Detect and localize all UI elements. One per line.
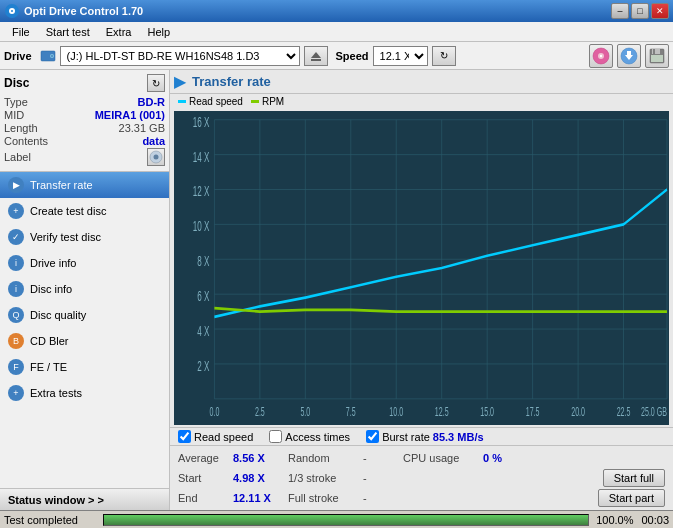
chart-title: Transfer rate — [192, 74, 271, 89]
svg-rect-20 — [174, 111, 669, 425]
speed-refresh-button[interactable]: ↻ — [432, 46, 456, 66]
nav-icon-fe-te: F — [8, 359, 24, 375]
svg-text:25.0 GB: 25.0 GB — [641, 405, 667, 418]
read-speed-checkbox-item: Read speed — [178, 430, 253, 443]
start-label: Start — [178, 472, 233, 484]
nav-verify-test-disc[interactable]: ✓ Verify test disc — [0, 224, 169, 250]
disc-type-row: Type BD-R — [4, 96, 165, 108]
disc-mid-row: MID MEIRA1 (001) — [4, 109, 165, 121]
svg-text:16 X: 16 X — [193, 114, 210, 129]
svg-text:20.0: 20.0 — [571, 405, 585, 418]
burst-rate-checkbox-item: Burst rate 85.3 MB/s — [366, 430, 483, 443]
window-title: Opti Drive Control 1.70 — [24, 5, 143, 17]
svg-text:10.0: 10.0 — [389, 405, 403, 418]
drive-select[interactable]: (J:) HL-DT-ST BD-RE WH16NS48 1.D3 — [60, 46, 300, 66]
nav-transfer-rate[interactable]: ▶ Transfer rate — [0, 172, 169, 198]
progress-percent: 100.0% — [593, 514, 633, 526]
access-times-checkbox-label: Access times — [285, 431, 350, 443]
nav-icon-disc-info: i — [8, 281, 24, 297]
status-window-button[interactable]: Status window > > — [0, 488, 169, 510]
nav-disc-quality[interactable]: Q Disc quality — [0, 302, 169, 328]
menu-help[interactable]: Help — [139, 24, 178, 40]
content-area: ▶ Transfer rate Read speed RPM — [170, 70, 673, 510]
svg-point-5 — [51, 55, 53, 57]
menu-file[interactable]: File — [4, 24, 38, 40]
svg-text:22.5: 22.5 — [617, 405, 631, 418]
start-value: 4.98 X — [233, 472, 288, 484]
chart-header: ▶ Transfer rate — [170, 70, 673, 94]
chart-container: 16 X 14 X 12 X 10 X 8 X 6 X 4 X 2 X 0.0 … — [174, 111, 669, 425]
stats-row-end: End 12.11 X Full stroke - Start part — [178, 488, 665, 508]
disc-contents-value: data — [142, 135, 165, 147]
burst-rate-value: 85.3 MB/s — [433, 431, 484, 443]
nav-label-extra-tests: Extra tests — [30, 387, 82, 399]
average-label: Average — [178, 452, 233, 464]
legend-rpm-label: RPM — [262, 96, 284, 107]
speed-select[interactable]: 12.1 X — [373, 46, 428, 66]
average-value: 8.56 X — [233, 452, 288, 464]
disc-refresh-button[interactable]: ↻ — [147, 74, 165, 92]
window-controls: – □ ✕ — [611, 3, 669, 19]
disc-length-row: Length 23.31 GB — [4, 122, 165, 134]
svg-rect-17 — [651, 55, 663, 62]
eject-icon — [310, 50, 322, 62]
save-icon-button[interactable] — [617, 44, 641, 68]
svg-text:2 X: 2 X — [197, 359, 209, 374]
nav-icon-extra-tests: + — [8, 385, 24, 401]
start-part-button[interactable]: Start part — [598, 489, 665, 507]
disc-length-label: Length — [4, 122, 38, 134]
nav-icon-verify-test-disc: ✓ — [8, 229, 24, 245]
burst-rate-checkbox-label: Burst rate — [382, 431, 430, 443]
progress-track — [103, 514, 589, 526]
disc-type-label: Type — [4, 96, 28, 108]
nav-extra-tests[interactable]: + Extra tests — [0, 380, 169, 406]
minimize-button[interactable]: – — [611, 3, 629, 19]
nav-cd-bler[interactable]: B CD Bler — [0, 328, 169, 354]
disc-mid-label: MID — [4, 109, 24, 121]
full-stroke-value: - — [363, 492, 403, 504]
svg-rect-16 — [653, 49, 655, 54]
legend-dot-read-speed — [178, 100, 186, 103]
burst-rate-checkbox[interactable] — [366, 430, 379, 443]
cpu-usage-value: 0 % — [483, 452, 502, 464]
disc-label-icon-button[interactable] — [147, 148, 165, 166]
chart-title-icon: ▶ — [174, 72, 186, 91]
disc-length-value: 23.31 GB — [119, 122, 165, 134]
svg-text:2.5: 2.5 — [255, 405, 265, 418]
floppy-icon — [648, 47, 666, 65]
svg-point-10 — [600, 54, 602, 56]
nav-drive-info[interactable]: i Drive info — [0, 250, 169, 276]
disc-mid-value: MEIRA1 (001) — [95, 109, 165, 121]
disc-icon-button[interactable] — [589, 44, 613, 68]
menu-start-test[interactable]: Start test — [38, 24, 98, 40]
eject-button[interactable] — [304, 46, 328, 66]
cpu-usage-label: CPU usage — [403, 452, 483, 464]
main-layout: Disc ↻ Type BD-R MID MEIRA1 (001) Length… — [0, 70, 673, 510]
nav-disc-info[interactable]: i Disc info — [0, 276, 169, 302]
svg-text:8 X: 8 X — [197, 254, 209, 269]
svg-text:5.0: 5.0 — [300, 405, 310, 418]
nav-create-test-disc[interactable]: + Create test disc — [0, 198, 169, 224]
floppy-icon-button[interactable] — [645, 44, 669, 68]
svg-text:7.5: 7.5 — [346, 405, 356, 418]
maximize-button[interactable]: □ — [631, 3, 649, 19]
read-speed-checkbox-label: Read speed — [194, 431, 253, 443]
transfer-rate-chart: 16 X 14 X 12 X 10 X 8 X 6 X 4 X 2 X 0.0 … — [174, 111, 669, 425]
one-third-label: 1/3 stroke — [288, 472, 363, 484]
start-full-button[interactable]: Start full — [603, 469, 665, 487]
nav-icon-cd-bler: B — [8, 333, 24, 349]
label-icon — [149, 150, 163, 164]
app-icon — [4, 3, 20, 19]
access-times-checkbox[interactable] — [269, 430, 282, 443]
svg-text:17.5: 17.5 — [526, 405, 540, 418]
end-value: 12.11 X — [233, 492, 288, 504]
svg-text:14 X: 14 X — [193, 149, 210, 164]
nav-fe-te[interactable]: F FE / TE — [0, 354, 169, 380]
menu-extra[interactable]: Extra — [98, 24, 140, 40]
access-times-checkbox-item: Access times — [269, 430, 350, 443]
stats-row-start: Start 4.98 X 1/3 stroke - Start full — [178, 468, 665, 488]
read-speed-checkbox[interactable] — [178, 430, 191, 443]
close-button[interactable]: ✕ — [651, 3, 669, 19]
progress-label: Test completed — [4, 514, 99, 526]
legend-rpm: RPM — [251, 96, 284, 107]
